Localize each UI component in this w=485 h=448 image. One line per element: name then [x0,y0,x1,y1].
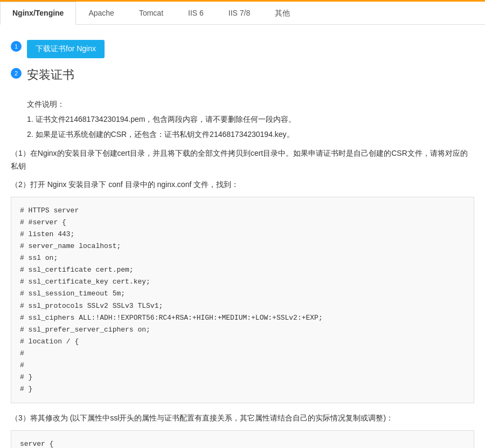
instruction1-text: （1）在Nginx的安装目录下创建cert目录，并且将下载的全部文件拷贝到cer… [11,147,474,173]
instructions-block: （1）在Nginx的安装目录下创建cert目录，并且将下载的全部文件拷贝到cer… [11,147,474,448]
file-description-line2: 2. 如果是证书系统创建的CSR，还包含：证书私钥文件2146817342301… [27,128,474,141]
step2-row: 2 安装证书 [11,67,474,92]
tab-iis6[interactable]: IIS 6 [176,2,216,25]
download-cert-button[interactable]: 下载证书for Nginx [27,40,105,58]
main-content: 1 下载证书for Nginx 2 安装证书 文件说明： 1. 证书文件2146… [0,25,485,448]
step1-circle: 1 [11,41,22,52]
section-title: 安装证书 [27,67,74,83]
tab-apache[interactable]: Apache [76,2,126,25]
tab-nginx[interactable]: Nginx/Tengine [0,2,76,25]
file-description-block: 文件说明： 1. 证书文件214681734230194.pem，包含两段内容，… [27,98,474,141]
file-description-line1: 1. 证书文件214681734230194.pem，包含两段内容，请不要删除任… [27,113,474,126]
tab-iis78[interactable]: IIS 7/8 [216,2,262,25]
tab-other[interactable]: 其他 [262,2,302,25]
code-block-1: # HTTPS server # #server { # listen 443;… [11,197,474,404]
instruction2-text: （2）打开 Nginx 安装目录下 conf 目录中的 nginx.conf 文… [11,178,474,191]
step2-circle: 2 [11,68,22,79]
tab-bar: Nginx/Tengine Apache Tomcat IIS 6 IIS 7/… [0,2,485,25]
instruction3-text: （3）将其修改为 (以下属性中ssl开头的属性与证书配置有直接关系，其它属性请结… [11,412,474,425]
step1-row: 1 下载证书for Nginx [11,40,474,58]
code-block-2: server { listen 443; server_name localho… [11,430,474,448]
tab-tomcat[interactable]: Tomcat [127,2,176,25]
file-description-title: 文件说明： [27,98,474,111]
